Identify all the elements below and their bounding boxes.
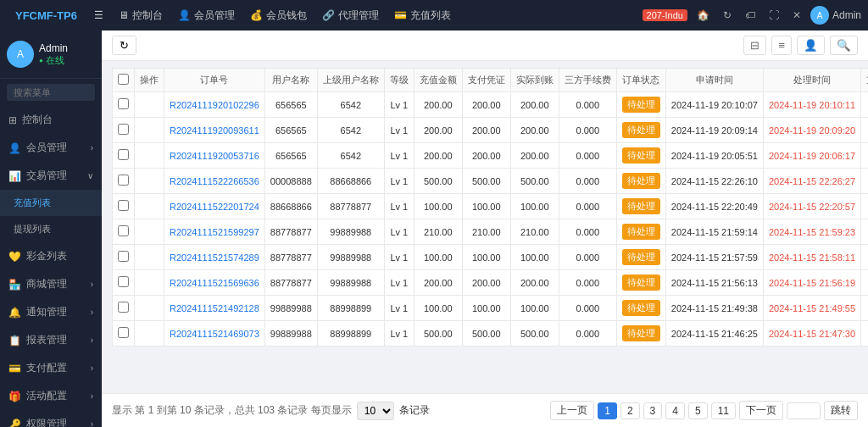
- sidebar-search-input[interactable]: [7, 84, 95, 101]
- arrow-icon: ›: [91, 308, 93, 317]
- nav-dashboard[interactable]: 🖥 控制台: [112, 0, 170, 30]
- status-badge: 待处理: [622, 249, 660, 265]
- sidebar-search-container: [0, 79, 102, 106]
- nav-members[interactable]: 👤 会员管理: [171, 0, 242, 30]
- row-apply-time: 2024-11-15 22:20:49: [665, 194, 763, 219]
- sidebar-item-permissions[interactable]: 🔑 权限管理 ›: [0, 410, 102, 427]
- row-checkbox[interactable]: [113, 118, 135, 143]
- row-order-no: R2024111521492128: [164, 296, 265, 321]
- nav-wallet[interactable]: 💰 会员钱包: [243, 0, 314, 30]
- sidebar-item-trading[interactable]: 📊 交易管理 ∨: [0, 162, 102, 190]
- row-parent-user: 99889988: [317, 270, 384, 296]
- recharge-icon: 💳: [394, 9, 407, 21]
- row-channel: -: [861, 321, 868, 347]
- sidebar-item-dashboard[interactable]: ⊞ 控制台: [0, 106, 102, 134]
- row-process-time: 2024-11-19 20:06:17: [763, 143, 860, 169]
- row-checkbox[interactable]: [113, 194, 135, 219]
- sidebar-username: Admin: [39, 42, 68, 54]
- row-select-checkbox[interactable]: [118, 98, 129, 109]
- sidebar-item-notice[interactable]: 🔔 通知管理 ›: [0, 298, 102, 326]
- row-action: [135, 143, 164, 169]
- toolbar-user-icon[interactable]: 👤: [797, 36, 825, 55]
- prev-page-button[interactable]: 上一页: [550, 401, 594, 420]
- row-status: 待处理: [616, 219, 665, 245]
- agent-icon: 🔗: [322, 9, 335, 21]
- next-page-button[interactable]: 下一页: [739, 401, 783, 420]
- row-select-checkbox[interactable]: [118, 225, 129, 236]
- sidebar-item-label: 通知管理: [26, 305, 67, 319]
- toolbar-grid-icon[interactable]: ⊟: [743, 36, 766, 55]
- dashboard-menu-icon: ⊞: [8, 114, 17, 126]
- sidebar-item-gold[interactable]: 💛 彩金列表: [0, 242, 102, 270]
- page-11-button[interactable]: 11: [711, 402, 736, 419]
- row-select-checkbox[interactable]: [118, 175, 129, 186]
- refresh-icon[interactable]: ↻: [719, 8, 736, 23]
- row-checkbox[interactable]: [113, 219, 135, 245]
- row-checkbox[interactable]: [113, 270, 135, 296]
- nav-recharge[interactable]: 💳 充值列表: [387, 0, 458, 30]
- sidebar-item-label: 提现列表: [14, 223, 51, 236]
- row-checkbox[interactable]: [113, 169, 135, 194]
- sidebar-item-members[interactable]: 👤 会员管理 ›: [0, 134, 102, 162]
- row-select-checkbox[interactable]: [118, 149, 129, 160]
- row-select-checkbox[interactable]: [118, 251, 129, 262]
- toolbar-list-icon[interactable]: ≡: [771, 36, 792, 55]
- row-checkbox[interactable]: [113, 92, 135, 118]
- row-checkbox[interactable]: [113, 245, 135, 270]
- nav-toggle[interactable]: ☰: [87, 0, 110, 30]
- row-select-checkbox[interactable]: [118, 327, 129, 338]
- row-amount: 200.00: [414, 270, 462, 296]
- row-select-checkbox[interactable]: [118, 276, 129, 287]
- fullscreen-icon[interactable]: ⛶: [765, 8, 783, 23]
- sidebar-user: A Admin 在线: [0, 30, 102, 79]
- sidebar-item-payment[interactable]: 💳 支付配置 ›: [0, 354, 102, 382]
- close-icon[interactable]: ✕: [788, 8, 805, 23]
- row-select-checkbox[interactable]: [118, 302, 129, 313]
- row-fee: 0.000: [559, 321, 616, 347]
- page-size-select[interactable]: 10 20 50: [357, 402, 394, 420]
- row-username: 88778877: [264, 219, 317, 245]
- row-select-checkbox[interactable]: [118, 200, 129, 211]
- row-select-checkbox[interactable]: [118, 124, 129, 135]
- jump-page-button[interactable]: 跳转: [824, 401, 858, 420]
- row-level: Lv 1: [384, 92, 414, 118]
- row-username: 88778877: [264, 245, 317, 270]
- gold-menu-icon: 💛: [8, 251, 21, 263]
- row-checkbox[interactable]: [113, 296, 135, 321]
- col-process-time: 处理时间: [763, 69, 860, 92]
- trading-submenu: 充值列表 提现列表: [0, 190, 102, 242]
- row-amount: 210.00: [414, 219, 462, 245]
- row-channel: -: [861, 219, 868, 245]
- refresh-button[interactable]: ↻: [112, 36, 136, 55]
- row-checkbox[interactable]: [113, 321, 135, 347]
- row-channel: -: [861, 92, 868, 118]
- arrow-icon: ›: [91, 363, 93, 373]
- page-1-button[interactable]: 1: [598, 402, 617, 419]
- table-row: R2024111522201724 88668866 88778877 Lv 1…: [113, 194, 869, 219]
- sidebar-item-promotion[interactable]: 🎁 活动配置 ›: [0, 382, 102, 410]
- page-4-button[interactable]: 4: [665, 402, 685, 419]
- row-process-time: 2024-11-15 22:26:27: [763, 169, 860, 194]
- col-username: 用户名称: [264, 69, 317, 92]
- row-checkbox[interactable]: [113, 143, 135, 169]
- arrow-icon: ›: [91, 419, 93, 427]
- promotion-menu-icon: 🎁: [8, 391, 21, 402]
- sidebar-item-withdraw[interactable]: 提现列表: [0, 216, 102, 242]
- row-amount: 500.00: [414, 169, 462, 194]
- sidebar-item-recharge[interactable]: 充值列表: [0, 190, 102, 216]
- select-all-checkbox[interactable]: [118, 74, 129, 85]
- nav-agent[interactable]: 🔗 代理管理: [315, 0, 386, 30]
- sidebar-item-shop[interactable]: 🏪 商城管理 ›: [0, 270, 102, 298]
- tag-icon[interactable]: 🏷: [741, 8, 760, 23]
- sidebar-item-reports[interactable]: 📋 报表管理 ›: [0, 326, 102, 354]
- home-icon[interactable]: 🏠: [693, 8, 714, 23]
- page-2-button[interactable]: 2: [620, 402, 640, 419]
- row-parent-user: 88778877: [317, 194, 384, 219]
- toolbar-search-icon[interactable]: 🔍: [830, 36, 858, 55]
- row-amount: 200.00: [414, 92, 462, 118]
- row-fee: 0.000: [559, 296, 616, 321]
- jump-page-input[interactable]: [787, 402, 821, 419]
- page-5-button[interactable]: 5: [688, 402, 708, 419]
- row-level: Lv 1: [384, 245, 414, 270]
- page-3-button[interactable]: 3: [643, 402, 663, 419]
